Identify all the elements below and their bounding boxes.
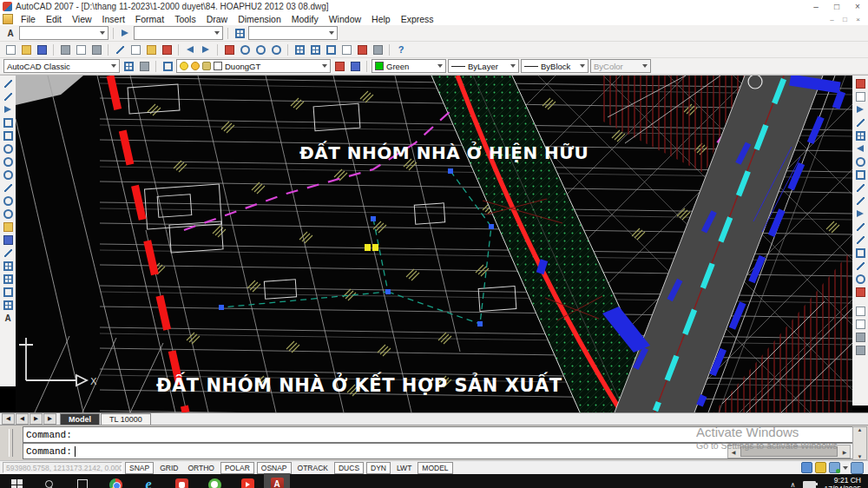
scale-icon[interactable] (854, 168, 867, 181)
start-button[interactable] (0, 474, 33, 488)
command-window-grip[interactable] (0, 425, 23, 460)
draworder-bring-front-icon[interactable] (854, 305, 867, 317)
move-icon[interactable] (854, 142, 867, 155)
doc-close-button[interactable]: × (852, 16, 865, 23)
scrollbar-thumb[interactable] (740, 446, 838, 457)
status-tray-settings-icon[interactable] (829, 462, 840, 473)
polyline-icon[interactable] (2, 103, 15, 115)
tab-first-button[interactable]: ◀ (2, 413, 15, 425)
battery-icon[interactable] (803, 481, 816, 488)
save-workspace-icon[interactable] (137, 60, 151, 73)
polygon-icon[interactable] (2, 116, 15, 129)
spline-icon[interactable] (2, 181, 15, 194)
dim-style-icon[interactable] (118, 27, 132, 40)
quickcalc-icon[interactable] (371, 43, 385, 56)
menu-dimension[interactable]: Dimension (233, 14, 286, 24)
table-style-icon[interactable] (233, 27, 247, 40)
layer-combo[interactable]: DuongGT (176, 59, 331, 73)
task-view-icon[interactable] (66, 474, 99, 488)
layer-manager-icon[interactable] (161, 60, 174, 73)
command-hscrollbar[interactable]: ◀ ▶ (727, 445, 851, 458)
lineweight-combo[interactable]: ByBlock (521, 59, 589, 73)
zoom-previous-icon[interactable] (269, 43, 283, 56)
revision-cloud-icon[interactable] (2, 168, 15, 181)
designcenter-icon[interactable] (308, 43, 322, 56)
chrome-icon[interactable] (99, 474, 132, 488)
qnew-icon[interactable] (3, 43, 17, 56)
command-vscrollbar[interactable]: ▲ ▼ (852, 426, 867, 460)
menu-window[interactable]: Window (324, 14, 366, 24)
properties-icon[interactable] (293, 43, 306, 56)
publish-icon[interactable] (89, 43, 103, 56)
command-history-line[interactable]: Command: (23, 426, 853, 443)
toolbar-lock-icon[interactable] (815, 462, 826, 473)
table-icon[interactable] (2, 299, 15, 311)
communication-center-icon[interactable] (801, 462, 812, 473)
match-properties-icon[interactable] (160, 43, 174, 56)
rectangle-icon[interactable] (2, 129, 15, 142)
taskbar-search-icon[interactable] (33, 474, 66, 488)
pan-icon[interactable] (222, 43, 236, 56)
draworder-send-under-icon[interactable] (854, 344, 867, 356)
menu-format[interactable]: Format (130, 14, 169, 24)
construction-line-icon[interactable] (2, 90, 15, 102)
workspace-settings-icon[interactable] (122, 60, 135, 73)
scroll-left-icon[interactable]: ◀ (728, 449, 739, 455)
red-app-icon[interactable] (165, 474, 198, 488)
scroll-up-icon[interactable]: ▲ (858, 427, 863, 432)
stretch-icon[interactable] (854, 181, 867, 194)
table-style-combo[interactable] (248, 26, 338, 40)
break-icon[interactable] (854, 234, 867, 246)
clean-screen-icon[interactable] (851, 462, 864, 474)
menu-modify[interactable]: Modify (286, 14, 324, 24)
open-icon[interactable] (19, 43, 33, 56)
taskbar-clock[interactable]: 9:21 CH 17/04/2025 (824, 476, 861, 488)
linetype-combo[interactable]: ByLayer (448, 59, 519, 73)
dim-style-combo[interactable] (134, 26, 223, 40)
document-icon[interactable] (3, 14, 13, 24)
menu-edit[interactable]: Edit (41, 14, 67, 24)
tab-model[interactable]: Model (60, 413, 100, 425)
toggle-ortho[interactable]: ORTHO (184, 463, 218, 473)
zoom-realtime-icon[interactable] (238, 43, 252, 56)
draworder-bring-above-icon[interactable] (854, 331, 867, 343)
menu-express[interactable]: Express (396, 14, 439, 24)
tab-tl10000[interactable]: TL 10000 (101, 413, 151, 425)
layer-lock-icon[interactable] (202, 62, 211, 70)
plot-icon[interactable] (58, 43, 72, 56)
tray-caret-icon[interactable]: ∧ (791, 481, 796, 488)
region-icon[interactable] (2, 286, 15, 298)
zoom-window-icon[interactable] (253, 43, 267, 56)
ellipse-arc-icon[interactable] (2, 208, 15, 220)
join-icon[interactable] (854, 247, 867, 259)
toggle-grid[interactable]: GRID (156, 463, 181, 473)
internet-explorer-icon[interactable]: e (132, 474, 165, 488)
toggle-dyn[interactable]: DYN (366, 462, 391, 474)
menu-draw[interactable]: Draw (201, 14, 233, 24)
extend-icon[interactable] (854, 208, 867, 220)
menu-file[interactable]: File (16, 14, 41, 24)
tab-prev-button[interactable]: ◀ (16, 413, 29, 425)
coccoc-browser-icon[interactable] (198, 474, 231, 488)
offset-icon[interactable] (854, 116, 867, 129)
save-icon[interactable] (35, 43, 49, 56)
erase-icon[interactable] (854, 77, 867, 89)
tab-last-button[interactable]: ▶ (43, 413, 56, 425)
color-combo[interactable]: Green (372, 59, 446, 73)
text-style-combo[interactable] (19, 26, 108, 40)
ellipse-icon[interactable] (2, 195, 15, 207)
copy-clip-icon[interactable] (128, 43, 142, 56)
chamfer-icon[interactable] (854, 260, 867, 272)
explode-icon[interactable] (854, 286, 867, 298)
copy-icon[interactable] (854, 90, 867, 102)
minimize-button[interactable]: – (806, 0, 826, 13)
drawing-canvas[interactable]: X ĐẤT NHÓM NHÀ Ở HIỆN HỮU ĐẤT NHÓM NHÀ Ở… (16, 76, 852, 412)
array-icon[interactable] (854, 129, 867, 142)
multiline-text-icon[interactable]: A (2, 312, 15, 324)
insert-block-icon[interactable] (2, 221, 15, 233)
tray-menu-caret-icon[interactable] (843, 466, 848, 470)
toggle-polar[interactable]: POLAR (220, 462, 254, 474)
menu-tools[interactable]: Tools (169, 14, 201, 24)
sheetset-manager-icon[interactable] (339, 43, 353, 56)
fillet-icon[interactable] (854, 273, 867, 285)
